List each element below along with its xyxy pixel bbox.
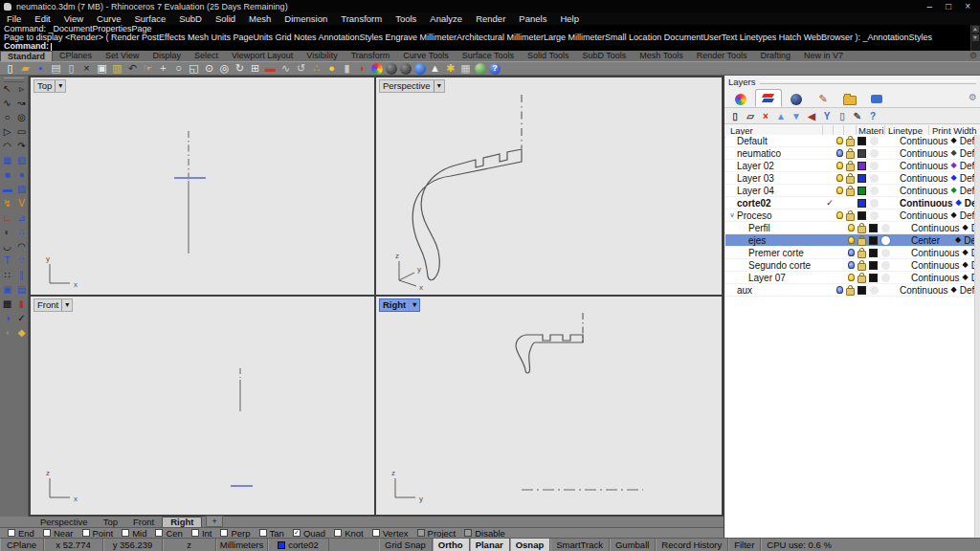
options-gear-icon[interactable]: ✱ [444,62,457,75]
select-icon[interactable]: ↖ [2,83,12,94]
checkbox-point[interactable] [82,529,90,537]
lamp-icon[interactable]: ● [325,62,338,75]
layer-row-aux[interactable]: auxContinuous◆Default [725,284,975,297]
ribbon-tab-display[interactable]: Display [145,51,188,61]
select-menu-icon[interactable]: ▹ [16,83,27,94]
viewport-perspective[interactable]: z y x Perspective ▾ [376,77,722,295]
status-y-coordinate[interactable]: y 356.239 [103,539,163,551]
ribbon-tab-transform[interactable]: Transform [345,51,397,61]
layer-color-swatch[interactable] [856,187,868,195]
osnap-cen[interactable]: Cen [155,528,182,539]
new-file-icon[interactable]: ▯ [4,62,16,75]
layer-row-premer-corte[interactable]: Premer corteContinuous◆Default [725,247,975,259]
surface-corner-icon[interactable]: ▧ [16,155,27,165]
layer-linetype[interactable]: Continuous [897,198,953,209]
viewport-menu-icon[interactable]: ▾ [55,80,62,92]
layer-print-width[interactable]: ◆Default [948,136,975,146]
new-sublayer-icon[interactable]: ▱ [745,110,756,121]
layer-linetype[interactable]: Continuous [897,173,948,184]
osnap-near[interactable]: Near [43,528,74,539]
layer-linetype[interactable]: Continuous [897,136,948,146]
panel-tab-materials[interactable] [784,91,809,107]
ribbon-tab-set-view[interactable]: Set View [99,51,145,61]
material-swatch[interactable] [868,199,897,208]
checkbox-perp[interactable] [220,529,228,537]
layer-row-ejes[interactable]: ejesCenter◆Default [725,234,975,247]
material-swatch[interactable] [868,174,897,183]
material-swatch[interactable] [880,236,908,245]
toggle-osnap[interactable]: Osnap [510,539,551,551]
viewport-tab-right[interactable]: Right [162,517,202,527]
panel-tab-layers[interactable] [755,89,782,107]
curve-arc-blend-icon[interactable]: ◠ [16,241,27,252]
material-cone-icon[interactable]: ▲ [429,62,441,75]
lock-icon[interactable]: ▮ [341,62,353,75]
osnap-end[interactable]: End [8,528,34,539]
menu-help[interactable]: Help [553,12,586,25]
render-preview-sphere-icon[interactable] [414,63,426,75]
material-swatch[interactable] [868,286,897,295]
lock-icon[interactable] [857,235,867,246]
panel-tab-notes[interactable] [864,91,889,107]
layer-row-layer-04[interactable]: Layer 04Continuous◆Default [725,185,975,197]
ribbon-tab-select[interactable]: Select [188,51,225,61]
lock-icon[interactable] [845,285,856,296]
visibility-bulb-icon[interactable] [835,137,845,144]
ribbon-tab-surface-tools[interactable]: Surface Tools [456,51,521,61]
add-viewport-tab-button[interactable]: + [206,516,222,527]
properties-icon[interactable]: ▯ [65,62,78,75]
ribbon-tab-render-tools[interactable]: Render Tools [690,51,754,61]
mesh-tools-icon[interactable]: ◖ [2,327,12,338]
osnap-tan[interactable]: Tan [259,528,284,539]
checkbox-near[interactable] [43,529,51,537]
point-icon[interactable]: ∵ [16,255,27,266]
layer-print-width[interactable]: ◆Default [948,173,975,184]
control-point-curve-icon[interactable]: ∿ [2,98,12,108]
visibility-bulb-icon[interactable] [846,224,857,231]
checkbox-tan[interactable] [259,529,267,537]
visibility-bulb-icon[interactable] [835,162,845,169]
save-icon[interactable]: ▪ [34,62,47,75]
osnap-knot[interactable]: Knot [334,528,364,539]
menu-panels[interactable]: Panels [512,12,553,25]
expand-chevron-icon[interactable]: ∨ [727,211,737,219]
solid-union-icon[interactable]: ▣ [2,284,12,295]
toggle-filter[interactable]: Filter [728,539,761,551]
viewport-menu-icon[interactable]: ▾ [409,299,416,311]
grid-points-icon[interactable]: ▩ [2,298,12,309]
drafting-tools-icon[interactable]: ◑ [2,313,12,323]
ribbon-tab-viewport-layout[interactable]: Viewport Layout [225,51,300,61]
array-linear-icon[interactable]: ∥ [16,270,27,280]
render-sphere-1-icon[interactable] [386,63,397,75]
undo-icon[interactable]: ↶ [126,62,139,75]
chamfer-icon[interactable]: ⊿ [16,212,27,223]
menu-transform[interactable]: Transform [334,12,389,25]
layer-row-layer-07[interactable]: Layer 07Continuous◆Default [725,272,975,284]
menu-edit[interactable]: Edit [28,12,56,25]
status-units[interactable]: Millimeters [216,539,268,551]
lock-icon[interactable] [845,173,856,184]
surface-patch-icon[interactable]: ▦ [2,155,12,165]
lock-icon[interactable] [857,260,867,271]
layer-print-width[interactable]: ◆Default [953,198,975,209]
status-cplane[interactable]: CPlane [0,539,44,551]
layer-row-layer-02[interactable]: Layer 02Continuous◆Default [725,160,975,172]
viewport-front[interactable]: z x Front ▾ [31,297,374,515]
pipe-icon[interactable]: ▮ [16,298,27,309]
panel-tab-paint[interactable]: ✎ [811,91,835,107]
ribbon-tab-curve-tools[interactable]: Curve Tools [396,51,455,61]
orbit-icon[interactable]: ↺ [295,62,307,75]
layer-print-width[interactable]: ◆Default [948,161,975,171]
viewport-label-perspective[interactable]: Perspective ▾ [379,79,445,93]
layer-row-perfil[interactable]: PerfilContinuous◆Default [725,222,975,234]
close-button[interactable]: × [965,0,970,12]
panel-tab-display[interactable] [728,91,753,107]
material-swatch[interactable] [868,149,897,158]
curve-sketch-icon[interactable]: ↝ [16,98,27,108]
layer-tools-icon[interactable]: ✎ [852,110,863,121]
osnap-dots-icon[interactable]: ∴ [310,62,323,75]
array-icon[interactable]: ∷ [2,270,12,280]
panel-tab-libraries[interactable] [837,91,862,107]
paste-icon[interactable]: ▥ [111,62,123,75]
box-edit-icon[interactable]: ▦ [459,62,472,75]
